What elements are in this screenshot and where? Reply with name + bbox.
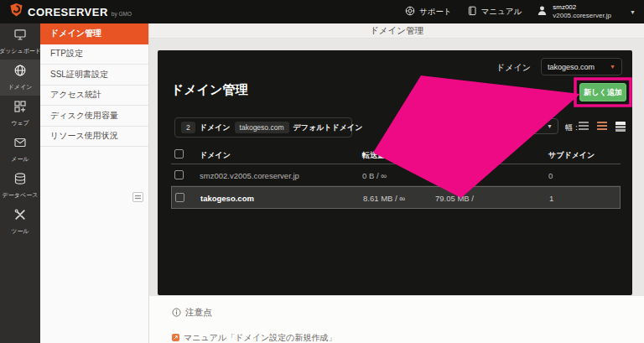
account-menu[interactable]: smz002 v2005.coreserver.jp (537, 3, 611, 20)
page-title: ドメイン管理 (370, 25, 423, 37)
rail-item-dashboard[interactable]: ダッシュボード (0, 23, 40, 60)
cell-transfer: 8.61 MB / ∞ (363, 194, 405, 203)
rows-filter-select[interactable]: ▼ (503, 118, 558, 134)
web-grid-icon (13, 100, 27, 117)
notes-title: 注意点 (185, 307, 212, 319)
domain-select[interactable]: takogeso.com ▼ (541, 58, 622, 75)
table-row[interactable]: smz002.v2005.coreserver.jp 0 B / ∞ 1.08 … (171, 164, 621, 186)
external-link-icon (172, 334, 179, 343)
sidebar-item-resource-usage[interactable]: リソース使用状況 (40, 127, 148, 148)
lifering-icon (405, 6, 415, 18)
rail-item-database[interactable]: データベース (0, 168, 40, 204)
dashboard-icon (13, 28, 27, 44)
cell-subdomains: 0 (548, 171, 553, 180)
account-username: smz002 (553, 3, 611, 12)
rail-item-domain[interactable]: ドメイン (0, 60, 40, 96)
cell-disk: 1.08 MB (434, 171, 464, 180)
manual-link-text: マニュアル「ドメイン設定の新規作成」 (184, 332, 336, 343)
density-medium-button[interactable] (597, 122, 607, 132)
sidebar-item-ssl[interactable]: SSL証明書設定 (40, 65, 148, 86)
default-domain-label: デフォルトドメイン (293, 122, 363, 133)
row-checkbox[interactable] (174, 170, 184, 179)
select-all-checkbox[interactable] (174, 149, 184, 159)
domain-count-badge: 2 (181, 122, 195, 133)
user-icon (537, 4, 548, 19)
notes-title-row: 注意点 (172, 307, 212, 319)
domain-stats-bar: 2 ドメイン takogeso.com デフォルトドメイン (174, 117, 352, 138)
add-domain-button[interactable]: 新しく追加 (579, 83, 626, 101)
shield-logo-icon (10, 3, 23, 20)
account-server: v2005.coreserver.jp (553, 12, 611, 20)
sidebar-item-ftp[interactable]: FTP設定 (40, 44, 148, 65)
mail-icon (13, 136, 27, 153)
domain-sidebar: ドメイン管理 FTP設定 SSL証明書設定 アクセス統計 ディスク使用容量 リソ… (40, 23, 149, 343)
database-icon (13, 172, 27, 189)
sidebar-item-domain-kanri[interactable]: ドメイン管理 (40, 23, 148, 44)
rail-item-mail[interactable]: メール (0, 132, 40, 168)
manual-link[interactable]: マニュアル (467, 6, 522, 18)
manual-link-row[interactable]: マニュアル「ドメイン設定の新規作成」 (172, 332, 336, 343)
cell-disk: 79.05 MB / (435, 194, 474, 203)
globe-icon (13, 64, 27, 81)
info-circle-icon (172, 308, 181, 319)
table-row-highlighted[interactable]: takogeso.com 8.61 MB / ∞ 79.05 MB / 1 (171, 186, 621, 209)
support-link[interactable]: サポート (405, 6, 452, 18)
coreserver-app: CORESERVER by GMO サポート マニュアル (0, 0, 644, 343)
rail-item-tools[interactable]: ツール (0, 204, 40, 240)
main-area: ドメイン管理 ドメイン takogeso.com ▼ ドメイン管理 新しく追加 … (149, 23, 644, 343)
domain-select-label: ドメイン (485, 62, 531, 74)
brand-byline: by GMO (112, 8, 132, 17)
header-domain: ドメイン (200, 150, 231, 161)
cell-domain: smz002.v2005.coreserver.jp (200, 171, 299, 180)
icon-rail: ダッシュボード ドメイン ウェブ メール データベース (0, 23, 40, 343)
top-header: CORESERVER by GMO サポート マニュアル (0, 0, 644, 23)
domain-count-label: ドメイン (200, 122, 231, 133)
book-icon (467, 6, 477, 18)
domain-table: ドメイン 転送量 サブドメイン smz002.v2005.coreserver.… (171, 144, 621, 209)
header-subdomain: サブドメイン (548, 150, 595, 161)
rail-item-web[interactable]: ウェブ (0, 96, 40, 132)
cell-subdomains: 1 (549, 194, 553, 203)
row-checkbox[interactable] (175, 193, 184, 202)
domain-select-value: takogeso.com (548, 63, 595, 71)
card-heading: ドメイン管理 (171, 82, 247, 98)
sidebar-item-disk-usage[interactable]: ディスク使用容量 (40, 106, 148, 127)
sidebar-item-access-stats[interactable]: アクセス統計 (40, 86, 148, 107)
notes-section: 注意点 マニュアル「ドメイン設定の新規作成」 (149, 296, 644, 343)
coreserver-logo[interactable]: CORESERVER by GMO (10, 3, 132, 20)
cell-domain: takogeso.com (200, 194, 254, 203)
page-title-bar: ドメイン管理 (149, 23, 644, 39)
table-header-row: ドメイン 転送量 サブドメイン (171, 144, 621, 164)
header-transfer: 転送量 (362, 150, 385, 161)
domain-select-caret-icon: ▼ (610, 64, 615, 70)
sidebar-collapse-handle[interactable] (132, 192, 143, 202)
tools-icon (13, 208, 27, 225)
rows-filter-caret-icon: ▼ (547, 123, 553, 129)
cell-transfer: 0 B / ∞ (362, 171, 387, 180)
brand-name: CORESERVER (28, 6, 108, 18)
support-label: サポート (419, 7, 452, 18)
account-caret-icon[interactable]: ▼ (630, 9, 636, 15)
density-wide-button[interactable] (615, 122, 626, 132)
density-compact-button[interactable] (579, 122, 589, 132)
domain-management-card: ドメイン takogeso.com ▼ ドメイン管理 新しく追加 2 ドメイン … (158, 50, 632, 295)
manual-label: マニュアル (481, 7, 522, 18)
default-domain-badge: takogeso.com (235, 122, 289, 133)
